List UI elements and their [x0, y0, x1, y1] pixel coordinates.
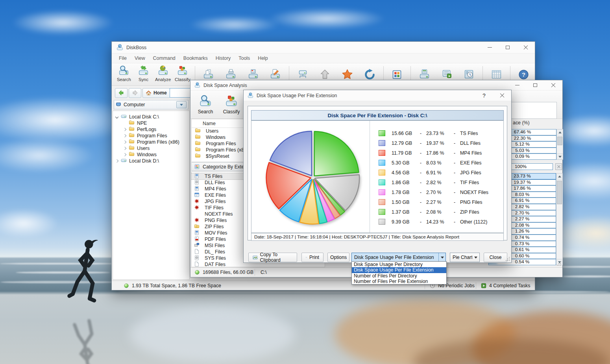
tree-item[interactable]: PerfLogs — [113, 126, 189, 133]
chevron-collapsed-icon[interactable] — [123, 128, 126, 131]
toolbar-print-button[interactable] — [220, 64, 242, 80]
toolbar-clockwin-button[interactable] — [458, 64, 480, 80]
menu-view[interactable]: View — [131, 54, 149, 63]
folder-icon — [195, 153, 201, 159]
menu-file[interactable]: File — [115, 54, 131, 63]
toolbar-sync-button[interactable]: Sync — [134, 64, 153, 82]
toolbar-star-button[interactable] — [336, 64, 359, 80]
view-combobox[interactable]: Disk Space Usage Per File Extension — [351, 253, 446, 262]
close-button[interactable] — [544, 80, 562, 90]
dropdown-item[interactable]: Number of Files Per File Extension — [352, 279, 446, 284]
chevron-collapsed-icon[interactable] — [123, 147, 126, 150]
chevron-collapsed-icon[interactable] — [123, 134, 126, 137]
dropdown-item[interactable]: Disk Space Usage Per Directory — [352, 262, 446, 267]
winlist-icon — [248, 69, 259, 80]
copy-to-clipboard-button[interactable]: Copy To Clipboard — [248, 253, 297, 262]
close-button[interactable] — [493, 90, 511, 101]
maximize-button[interactable] — [499, 42, 517, 53]
scroll-thumb[interactable] — [557, 137, 562, 145]
help-button[interactable]: ? — [475, 90, 493, 101]
space-percent-column-header[interactable]: ace (%) — [513, 120, 530, 126]
toolbar-tiles-button[interactable] — [386, 64, 409, 80]
filetype-pdf-icon — [194, 236, 200, 243]
minimize-button[interactable] — [508, 80, 526, 90]
completed-tasks-status[interactable]: 4 Completed Tasks — [481, 281, 530, 290]
chevron-collapsed-icon[interactable] — [123, 140, 126, 144]
tree-item[interactable]: Program Files (x86) — [113, 139, 189, 145]
computer-dropdown-button[interactable] — [176, 101, 187, 108]
dialog-title-bar[interactable]: Disk Space Usage Per File Extension ? — [244, 90, 511, 101]
scrollbar[interactable] — [556, 129, 563, 160]
clear-filter-button[interactable] — [555, 163, 562, 170]
computer-combo[interactable]: Computer — [114, 100, 189, 109]
exe-icon — [194, 192, 200, 198]
scroll-down-button[interactable] — [557, 153, 563, 159]
extension-row-label: ZIP Files — [205, 224, 224, 229]
menu-command[interactable]: Command — [149, 54, 179, 63]
resize-grip[interactable] — [505, 257, 510, 261]
scroll-up-button[interactable] — [557, 129, 563, 135]
tree-item[interactable]: NPE — [113, 120, 189, 126]
main-title-bar[interactable]: DiskBoss — [112, 42, 535, 54]
filetype-img-icon — [194, 217, 200, 224]
toolbar-copy-button[interactable] — [198, 64, 220, 80]
calc-icon — [419, 69, 430, 80]
analysis-classify-button[interactable]: Classify — [219, 91, 244, 118]
analysis-title-bar[interactable]: Disk Space Analysis — [190, 80, 562, 91]
menu-history[interactable]: History — [212, 54, 235, 63]
back-button[interactable] — [115, 88, 128, 98]
file-row-label: $SysReset — [206, 153, 229, 159]
toolbar-network-button[interactable] — [292, 64, 314, 80]
toolbar-refresh-button[interactable] — [359, 64, 381, 80]
dropdown-item[interactable]: Disk Space Usage Per File Extension — [352, 267, 446, 273]
toolbar-search-button[interactable]: Search — [114, 64, 134, 82]
analysis-search-button[interactable]: Search — [193, 91, 218, 118]
home-button[interactable]: Home — [142, 88, 170, 98]
combo-arrow[interactable] — [438, 253, 445, 262]
toolbar-classify-button[interactable]: Classify — [173, 64, 192, 82]
chart-type-value: Pie Chart — [450, 255, 472, 260]
combo-arrow[interactable] — [472, 253, 479, 262]
minimize-button[interactable] — [481, 42, 499, 53]
scroll-thumb[interactable] — [557, 181, 562, 204]
maximize-button[interactable] — [526, 80, 544, 90]
filetype-zip-icon — [194, 224, 200, 230]
chevron-collapsed-icon[interactable] — [123, 153, 126, 156]
toolbar-edit-button[interactable] — [264, 64, 287, 80]
menu-bookmarks[interactable]: Bookmarks — [179, 54, 212, 63]
close-dialog-button[interactable]: Close — [484, 253, 507, 262]
scroll-up-button[interactable] — [556, 174, 562, 179]
chart-body: 15.66 GB-23.73 %-TS Files12.79 GB-19.37 … — [251, 120, 504, 233]
tree-item[interactable]: Windows — [113, 152, 189, 158]
chart-type-combobox[interactable]: Pie Chart — [450, 253, 480, 262]
toolbar-calc-button[interactable] — [413, 64, 436, 80]
toolbar-listplay-button[interactable] — [436, 64, 458, 80]
resize-grip[interactable] — [556, 261, 561, 266]
toolbar-up-button[interactable] — [314, 64, 336, 80]
forward-button[interactable] — [129, 88, 141, 98]
toolbar-sheet-button[interactable] — [485, 64, 508, 80]
legend-separator: - — [420, 150, 426, 156]
folder-icon — [129, 151, 135, 157]
options-button[interactable]: Options — [327, 253, 349, 262]
toolbar-help-button[interactable] — [513, 64, 535, 80]
menu-help[interactable]: Help — [254, 54, 272, 63]
toolbar-analyze-button[interactable]: Analyze — [153, 64, 173, 82]
search-icon — [118, 65, 129, 77]
tree-item[interactable]: Program Files — [113, 133, 189, 139]
chevron-expanded-icon[interactable] — [115, 115, 118, 118]
chevron-collapsed-icon[interactable] — [115, 159, 118, 163]
dropdown-item[interactable]: Number of Files Per Directory — [352, 273, 446, 279]
toolbar-winlist-button[interactable] — [242, 64, 264, 80]
tree-item[interactable]: Users — [113, 145, 189, 152]
scrollbar[interactable] — [556, 173, 563, 265]
tree-item[interactable]: Local Disk C:\ — [113, 114, 189, 120]
disk-icon — [121, 157, 127, 164]
tree-item[interactable]: Local Disk D:\ — [113, 158, 189, 164]
print-button[interactable]: Print — [301, 253, 323, 262]
menu-tools[interactable]: Tools — [235, 54, 254, 63]
up-icon — [319, 69, 331, 80]
legend-size: 11.79 GB — [392, 150, 420, 156]
arrow-up-icon — [558, 176, 561, 177]
close-button[interactable] — [517, 42, 535, 53]
